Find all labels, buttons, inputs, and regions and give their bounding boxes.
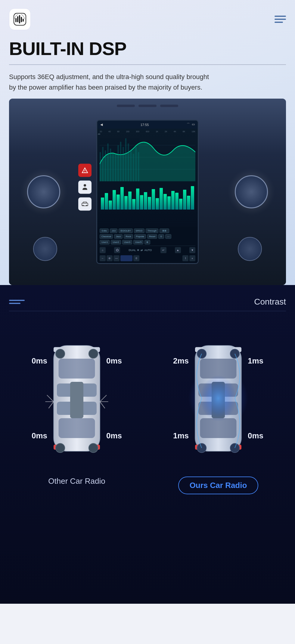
other-car-label: Other Car Radio: [48, 477, 105, 486]
svg-rect-17: [100, 152, 101, 181]
side-controls: [78, 164, 92, 210]
temp-left-icon[interactable]: —: [113, 255, 120, 261]
eq-visualization-area: 2040801603006001K2K4K8K16K 20 0 -20: [97, 129, 198, 227]
title-area: BUILT-IN DSP Supports 36EQ adjustment, a…: [9, 33, 286, 96]
other-time-bl: 0ms: [32, 431, 47, 440]
svg-rect-18: [102, 147, 103, 181]
extra-icon-1[interactable]: ⌇: [182, 255, 188, 261]
on-off-btn[interactable]: ⊙: [158, 234, 164, 239]
svg-rect-23: [115, 154, 116, 181]
page-title: BUILT-IN DSP: [9, 38, 286, 59]
through-btn[interactable]: Through: [146, 228, 158, 233]
svg-rect-30: [133, 154, 134, 181]
svg-rect-22: [112, 152, 113, 181]
screen-controls-area: ⊙dts JJU ⊟DOLBY SRS⊙ Through ⊞⊞ Classica…: [97, 227, 198, 263]
svg-rect-27: [125, 138, 126, 181]
add-btn[interactable]: ⊕: [144, 240, 150, 244]
other-time-tl: 0ms: [32, 356, 47, 366]
svg-rect-4: [21, 17, 22, 22]
subtitle-text: Supports 36EQ adjustment, and the ultra-…: [9, 72, 214, 93]
reset-btn[interactable]: Reset: [147, 234, 157, 239]
user1-btn[interactable]: User1: [100, 240, 110, 244]
svg-rect-34: [59, 359, 95, 379]
svg-rect-20: [107, 143, 108, 181]
user5-btn[interactable]: User5: [133, 240, 143, 244]
classical-btn[interactable]: Classical: [100, 234, 113, 239]
snowflake-icon: ❄: [137, 249, 139, 252]
section-lines-icon: [9, 300, 25, 304]
logo-icon: [13, 13, 26, 26]
svg-point-13: [86, 205, 87, 206]
popular-btn[interactable]: Popular: [134, 234, 146, 239]
screen-nav-bar: ⌂ ⏻ DUAL ❄ ⇌ AUTO ↵ ▲ ▼: [100, 246, 195, 254]
fan-icon[interactable]: ⊛: [107, 255, 113, 261]
section-divider: [9, 311, 286, 311]
car-interior-bg: ◀ 17:55 ⌒ ▭ 2040801603006001K2K4K8K16K: [9, 99, 286, 285]
svg-point-57: [200, 375, 237, 422]
svg-rect-31: [135, 147, 137, 181]
contrast-label: Contrast: [254, 297, 286, 307]
vol-up-icon[interactable]: ▲: [175, 247, 181, 253]
jju-btn[interactable]: JJU: [110, 228, 118, 233]
svg-rect-5: [23, 19, 24, 22]
svg-point-46: [89, 443, 98, 453]
hamburger-button[interactable]: [275, 16, 286, 23]
svg-rect-40: [70, 382, 83, 418]
svg-point-47: [56, 349, 65, 358]
car-display: ◀ 17:55 ⌒ ▭ 2040801603006001K2K4K8K16K: [9, 99, 286, 285]
header: [9, 0, 286, 33]
car-button[interactable]: [78, 197, 92, 210]
person-button[interactable]: [78, 180, 92, 194]
svg-rect-1: [15, 18, 17, 22]
svg-point-9: [84, 184, 86, 186]
ours-car-item: 2ms 1ms 1ms 0ms: [151, 326, 286, 494]
volume-icon: ◀: [100, 123, 103, 127]
ours-car-svg: [185, 335, 251, 462]
ours-car-label[interactable]: Ours Car Radio: [178, 477, 259, 494]
top-section: BUILT-IN DSP Supports 36EQ adjustment, a…: [0, 0, 295, 285]
home-nav-icon[interactable]: ⌂: [100, 247, 106, 253]
svg-marker-11: [83, 202, 87, 203]
section-header: Contrast: [9, 297, 286, 307]
svg-rect-32: [138, 152, 139, 181]
rock-btn[interactable]: Rock: [124, 234, 133, 239]
other-car-svg: [44, 335, 110, 462]
ours-car-view: 2ms 1ms 1ms 0ms: [176, 326, 260, 471]
extra-icon-2[interactable]: ⌅: [189, 255, 195, 261]
svg-rect-35: [59, 418, 95, 438]
minus-btn[interactable]: —: [165, 234, 171, 239]
extra1-btn[interactable]: ⊞⊞: [160, 228, 169, 233]
other-car-view: 0ms 0ms 0ms 0ms: [35, 326, 119, 471]
other-time-br: 0ms: [106, 431, 122, 440]
temp-right-icon[interactable]: 0: [133, 255, 139, 261]
other-car-item: 0ms 0ms 0ms 0ms: [9, 326, 144, 486]
other-time-tr: 0ms: [106, 356, 122, 366]
user3-btn[interactable]: User3: [122, 240, 132, 244]
power-nav-icon[interactable]: ⏻: [114, 247, 120, 253]
vol-down-icon[interactable]: ▼: [189, 247, 195, 253]
enter-nav-icon[interactable]: ↵: [160, 247, 166, 253]
jazz-btn[interactable]: Jazz: [114, 234, 123, 239]
svg-rect-21: [110, 149, 111, 181]
svg-rect-24: [117, 145, 119, 181]
dsp-screen-wrapper: ◀ 17:55 ⌒ ▭ 2040801603006001K2K4K8K16K: [93, 120, 202, 264]
battery-icon: ▭: [192, 122, 195, 127]
svg-rect-19: [105, 150, 106, 181]
svg-point-8: [85, 172, 85, 172]
back-icon[interactable]: ←: [100, 255, 106, 261]
screen-time: 17:55: [141, 123, 149, 127]
user2-btn[interactable]: User2: [111, 240, 121, 244]
dolby-btn[interactable]: ⊟DOLBY: [119, 228, 132, 233]
svg-point-12: [82, 205, 84, 206]
comparison-area: 0ms 0ms 0ms 0ms: [9, 326, 286, 494]
title-divider: [9, 64, 286, 65]
srs-btn[interactable]: SRS⊙: [134, 228, 144, 233]
svg-rect-29: [130, 150, 132, 181]
svg-rect-26: [123, 147, 124, 181]
temp-slider[interactable]: [120, 255, 132, 261]
bottom-section: Contrast 0ms 0ms 0ms 0ms: [0, 285, 295, 604]
svg-point-45: [56, 443, 65, 453]
dts-btn[interactable]: ⊙dts: [100, 228, 109, 233]
svg-rect-3: [19, 15, 20, 23]
hazard-button[interactable]: [78, 164, 92, 177]
